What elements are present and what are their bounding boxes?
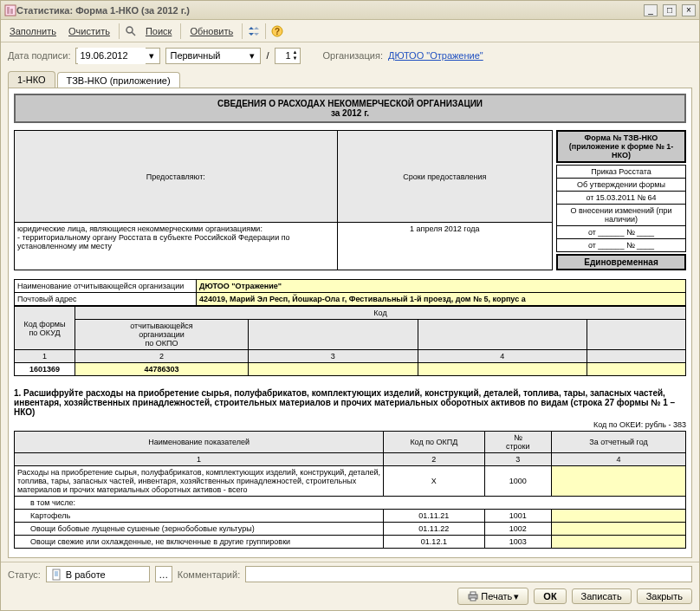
titlebar: Статистика: Форма 1-НКО (за 2012 г.) _ □… <box>1 1 699 20</box>
tab-tzv-nko[interactable]: ТЗВ-НКО (приложение) <box>57 72 180 88</box>
app-window: Статистика: Форма 1-НКО (за 2012 г.) _ □… <box>0 0 700 611</box>
provide-header: Предоставляют: <box>15 131 338 223</box>
okpo-label: отчитывающейся организации по ОКПО <box>75 320 249 350</box>
provide-text: юридические лица, являющиеся некоммерчес… <box>15 223 338 270</box>
type-value: Первичный <box>168 50 246 61</box>
refresh-button[interactable]: Обновить <box>185 24 238 38</box>
help-icon[interactable]: ? <box>269 23 285 39</box>
okud-label: Код формы по ОКУД <box>15 307 75 350</box>
date-label: Дата подписи: <box>8 50 70 61</box>
onetime-label: Единовременная <box>556 254 686 270</box>
table-row: Овощи свежие или охлажденные, не включен… <box>15 536 686 549</box>
svg-rect-12 <box>470 592 476 595</box>
order-table: Приказ Росстата Об утверждении формы от … <box>556 165 686 252</box>
doc-title-line1: СВЕДЕНИЯ О РАСХОДАХ НЕКОММЕРЧЕСКОЙ ОРГАН… <box>19 99 681 108</box>
svg-rect-1 <box>7 7 10 14</box>
calendar-icon[interactable]: ▾ <box>146 50 158 62</box>
toolbar: Заполнить Очистить Поиск Обновить ? <box>1 20 699 42</box>
svg-line-4 <box>132 32 135 36</box>
addr-label: Почтовый адрес <box>15 293 197 306</box>
window-title: Статистика: Форма 1-НКО (за 2012 г.) <box>16 5 644 16</box>
section-1-text: 1. Расшифруйте расходы на приобретение с… <box>14 388 686 417</box>
chevron-down-icon[interactable]: ▾ <box>514 591 519 602</box>
codes-table: Код формы по ОКУД Код отчитывающейся орг… <box>14 306 686 376</box>
addr-value: 424019, Марий Эл Респ, Йошкар-Ола г, Фес… <box>197 293 686 306</box>
org-name-label: Наименование отчитывающейся организации <box>15 280 197 293</box>
footer: Статус: В работе … Комментарий: Печать ▾… <box>1 562 699 610</box>
comment-input[interactable] <box>245 566 692 582</box>
org-label: Организация: <box>323 50 383 61</box>
svg-point-3 <box>126 27 133 33</box>
expenses-table: Наименование показателей Код по ОКПД № с… <box>14 431 686 549</box>
tabs: 1-НКО ТЗВ-НКО (приложение) <box>1 68 699 88</box>
params-row: Дата подписи: ▾ Первичный ▾ / 1 ▲▼ Орган… <box>1 42 699 68</box>
svg-rect-7 <box>53 569 60 580</box>
okei-label: Код по ОКЕИ: рубль - 383 <box>14 420 686 429</box>
print-button[interactable]: Печать ▾ <box>457 588 528 605</box>
provide-table: Предоставляют: Сроки предоставления юрид… <box>14 130 553 270</box>
app-icon <box>4 4 16 16</box>
document: СВЕДЕНИЯ О РАСХОДАХ НЕКОММЕРЧЕСКОЙ ОРГАН… <box>9 88 691 554</box>
org-link[interactable]: ДЮТОО "Отражение" <box>388 50 483 61</box>
org-info-table: Наименование отчитывающейся организации … <box>14 279 686 306</box>
comment-label: Комментарий: <box>178 569 240 580</box>
table-row: Расходы на приобретение сырья, полуфабри… <box>15 466 686 497</box>
deadline-text: 1 апреля 2012 года <box>337 223 552 270</box>
okpo-value: 44786303 <box>75 363 249 376</box>
date-input[interactable] <box>78 48 146 64</box>
status-dots-button[interactable]: … <box>155 566 172 582</box>
table-row: в том числе: <box>15 497 686 510</box>
status-label: Статус: <box>8 569 41 580</box>
spin-up-icon[interactable]: ▲ <box>293 49 298 55</box>
type-dropdown[interactable]: Первичный ▾ <box>165 48 261 64</box>
printer-icon <box>467 590 479 602</box>
page-spinner[interactable]: 1 ▲▼ <box>275 48 301 64</box>
sort-icon[interactable] <box>246 23 262 39</box>
search-button[interactable]: Поиск <box>140 24 177 38</box>
fill-button[interactable]: Заполнить <box>4 24 62 38</box>
status-field[interactable]: В работе <box>46 566 150 582</box>
doc-title: СВЕДЕНИЯ О РАСХОДАХ НЕКОММЕРЧЕСКОЙ ОРГАН… <box>14 94 686 123</box>
code-header: Код <box>75 307 686 320</box>
deadline-header: Сроки предоставления <box>337 131 552 223</box>
close-window-button[interactable]: Закрыть <box>637 588 692 604</box>
th-okpd: Код по ОКПД <box>384 432 484 453</box>
save-button[interactable]: Записать <box>572 588 632 604</box>
spin-down-icon[interactable]: ▼ <box>293 55 298 62</box>
chevron-down-icon[interactable]: ▾ <box>246 50 258 62</box>
status-value: В работе <box>62 569 146 580</box>
th-line: № строки <box>484 432 552 453</box>
svg-text:?: ? <box>275 27 280 36</box>
date-field[interactable]: ▾ <box>75 48 160 64</box>
document-area[interactable]: СВЕДЕНИЯ О РАСХОДАХ НЕКОММЕРЧЕСКОЙ ОРГАН… <box>8 88 692 558</box>
tab-1nko[interactable]: 1-НКО <box>8 71 55 88</box>
form-number: Форма № ТЗВ-НКО (приложение к форме № 1-… <box>556 130 686 163</box>
minimize-button[interactable]: _ <box>644 4 658 16</box>
close-button[interactable]: × <box>682 4 696 16</box>
page-value: 1 <box>277 50 293 61</box>
th-name: Наименование показателей <box>15 432 384 453</box>
doc-title-line2: за 2012 г. <box>19 108 681 118</box>
svg-rect-13 <box>470 598 476 601</box>
table-row: Картофель 01.11.21 1001 <box>15 510 686 523</box>
svg-rect-2 <box>10 9 13 14</box>
document-icon <box>50 569 62 581</box>
org-name-value: ДЮТОО "Отражение" <box>197 280 686 293</box>
th-year: За отчетный год <box>552 432 686 453</box>
okud-value: 1601369 <box>15 363 75 376</box>
search-icon[interactable] <box>123 23 139 39</box>
slash-label: / <box>266 50 269 61</box>
maximize-button[interactable]: □ <box>663 4 677 16</box>
clear-button[interactable]: Очистить <box>63 24 115 38</box>
table-row: Овощи бобовые лущеные сушеные (зернобобо… <box>15 523 686 536</box>
ok-button[interactable]: ОК <box>534 588 566 604</box>
